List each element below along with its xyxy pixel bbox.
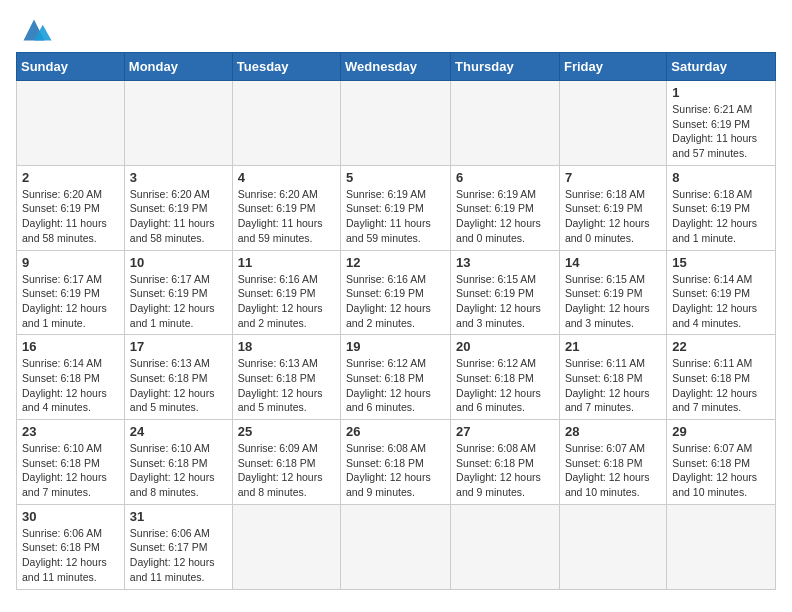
calendar-cell: 11Sunrise: 6:16 AM Sunset: 6:19 PM Dayli… — [232, 250, 340, 335]
day-info: Sunrise: 6:21 AM Sunset: 6:19 PM Dayligh… — [672, 102, 770, 161]
day-info: Sunrise: 6:16 AM Sunset: 6:19 PM Dayligh… — [238, 272, 335, 331]
day-number: 2 — [22, 170, 119, 185]
day-number: 27 — [456, 424, 554, 439]
week-row-6: 30Sunrise: 6:06 AM Sunset: 6:18 PM Dayli… — [17, 504, 776, 589]
day-info: Sunrise: 6:16 AM Sunset: 6:19 PM Dayligh… — [346, 272, 445, 331]
weekday-monday: Monday — [124, 53, 232, 81]
day-number: 29 — [672, 424, 770, 439]
calendar-cell — [559, 81, 666, 166]
day-number: 12 — [346, 255, 445, 270]
logo — [16, 16, 58, 44]
calendar-cell: 26Sunrise: 6:08 AM Sunset: 6:18 PM Dayli… — [341, 420, 451, 505]
calendar-cell — [559, 504, 666, 589]
weekday-wednesday: Wednesday — [341, 53, 451, 81]
calendar-cell — [232, 81, 340, 166]
day-number: 8 — [672, 170, 770, 185]
day-number: 14 — [565, 255, 661, 270]
day-info: Sunrise: 6:20 AM Sunset: 6:19 PM Dayligh… — [22, 187, 119, 246]
calendar-cell: 21Sunrise: 6:11 AM Sunset: 6:18 PM Dayli… — [559, 335, 666, 420]
calendar-cell: 12Sunrise: 6:16 AM Sunset: 6:19 PM Dayli… — [341, 250, 451, 335]
logo-icon — [16, 16, 52, 44]
calendar-cell — [451, 504, 560, 589]
calendar-cell: 1Sunrise: 6:21 AM Sunset: 6:19 PM Daylig… — [667, 81, 776, 166]
week-row-1: 1Sunrise: 6:21 AM Sunset: 6:19 PM Daylig… — [17, 81, 776, 166]
calendar-cell: 19Sunrise: 6:12 AM Sunset: 6:18 PM Dayli… — [341, 335, 451, 420]
day-number: 17 — [130, 339, 227, 354]
calendar-cell: 28Sunrise: 6:07 AM Sunset: 6:18 PM Dayli… — [559, 420, 666, 505]
day-number: 30 — [22, 509, 119, 524]
day-info: Sunrise: 6:20 AM Sunset: 6:19 PM Dayligh… — [130, 187, 227, 246]
day-info: Sunrise: 6:17 AM Sunset: 6:19 PM Dayligh… — [130, 272, 227, 331]
calendar-cell: 6Sunrise: 6:19 AM Sunset: 6:19 PM Daylig… — [451, 165, 560, 250]
day-info: Sunrise: 6:06 AM Sunset: 6:18 PM Dayligh… — [22, 526, 119, 585]
day-info: Sunrise: 6:11 AM Sunset: 6:18 PM Dayligh… — [672, 356, 770, 415]
day-number: 25 — [238, 424, 335, 439]
calendar-table: SundayMondayTuesdayWednesdayThursdayFrid… — [16, 52, 776, 590]
day-number: 24 — [130, 424, 227, 439]
calendar-cell: 25Sunrise: 6:09 AM Sunset: 6:18 PM Dayli… — [232, 420, 340, 505]
day-number: 19 — [346, 339, 445, 354]
calendar-cell — [124, 81, 232, 166]
calendar-cell: 29Sunrise: 6:07 AM Sunset: 6:18 PM Dayli… — [667, 420, 776, 505]
day-info: Sunrise: 6:17 AM Sunset: 6:19 PM Dayligh… — [22, 272, 119, 331]
day-number: 4 — [238, 170, 335, 185]
day-info: Sunrise: 6:13 AM Sunset: 6:18 PM Dayligh… — [130, 356, 227, 415]
calendar-cell: 15Sunrise: 6:14 AM Sunset: 6:19 PM Dayli… — [667, 250, 776, 335]
day-number: 9 — [22, 255, 119, 270]
day-info: Sunrise: 6:15 AM Sunset: 6:19 PM Dayligh… — [565, 272, 661, 331]
calendar-cell — [667, 504, 776, 589]
day-number: 6 — [456, 170, 554, 185]
day-number: 21 — [565, 339, 661, 354]
day-info: Sunrise: 6:10 AM Sunset: 6:18 PM Dayligh… — [130, 441, 227, 500]
calendar-cell: 2Sunrise: 6:20 AM Sunset: 6:19 PM Daylig… — [17, 165, 125, 250]
weekday-thursday: Thursday — [451, 53, 560, 81]
calendar-cell: 27Sunrise: 6:08 AM Sunset: 6:18 PM Dayli… — [451, 420, 560, 505]
day-info: Sunrise: 6:11 AM Sunset: 6:18 PM Dayligh… — [565, 356, 661, 415]
weekday-friday: Friday — [559, 53, 666, 81]
calendar-cell — [451, 81, 560, 166]
calendar-cell: 4Sunrise: 6:20 AM Sunset: 6:19 PM Daylig… — [232, 165, 340, 250]
calendar-cell — [17, 81, 125, 166]
day-number: 5 — [346, 170, 445, 185]
day-number: 16 — [22, 339, 119, 354]
day-number: 11 — [238, 255, 335, 270]
calendar-cell — [232, 504, 340, 589]
calendar-cell: 9Sunrise: 6:17 AM Sunset: 6:19 PM Daylig… — [17, 250, 125, 335]
day-number: 1 — [672, 85, 770, 100]
weekday-saturday: Saturday — [667, 53, 776, 81]
day-info: Sunrise: 6:19 AM Sunset: 6:19 PM Dayligh… — [456, 187, 554, 246]
day-info: Sunrise: 6:08 AM Sunset: 6:18 PM Dayligh… — [346, 441, 445, 500]
day-info: Sunrise: 6:07 AM Sunset: 6:18 PM Dayligh… — [672, 441, 770, 500]
calendar-cell: 14Sunrise: 6:15 AM Sunset: 6:19 PM Dayli… — [559, 250, 666, 335]
calendar-cell: 31Sunrise: 6:06 AM Sunset: 6:17 PM Dayli… — [124, 504, 232, 589]
calendar-cell: 18Sunrise: 6:13 AM Sunset: 6:18 PM Dayli… — [232, 335, 340, 420]
week-row-3: 9Sunrise: 6:17 AM Sunset: 6:19 PM Daylig… — [17, 250, 776, 335]
calendar-cell — [341, 504, 451, 589]
day-info: Sunrise: 6:18 AM Sunset: 6:19 PM Dayligh… — [565, 187, 661, 246]
calendar-cell: 22Sunrise: 6:11 AM Sunset: 6:18 PM Dayli… — [667, 335, 776, 420]
day-number: 13 — [456, 255, 554, 270]
day-number: 23 — [22, 424, 119, 439]
page-header — [16, 16, 776, 44]
day-number: 15 — [672, 255, 770, 270]
day-info: Sunrise: 6:09 AM Sunset: 6:18 PM Dayligh… — [238, 441, 335, 500]
day-number: 28 — [565, 424, 661, 439]
weekday-tuesday: Tuesday — [232, 53, 340, 81]
calendar-cell: 8Sunrise: 6:18 AM Sunset: 6:19 PM Daylig… — [667, 165, 776, 250]
calendar-cell: 13Sunrise: 6:15 AM Sunset: 6:19 PM Dayli… — [451, 250, 560, 335]
week-row-4: 16Sunrise: 6:14 AM Sunset: 6:18 PM Dayli… — [17, 335, 776, 420]
calendar-cell: 16Sunrise: 6:14 AM Sunset: 6:18 PM Dayli… — [17, 335, 125, 420]
calendar-cell: 5Sunrise: 6:19 AM Sunset: 6:19 PM Daylig… — [341, 165, 451, 250]
day-info: Sunrise: 6:08 AM Sunset: 6:18 PM Dayligh… — [456, 441, 554, 500]
calendar-cell: 7Sunrise: 6:18 AM Sunset: 6:19 PM Daylig… — [559, 165, 666, 250]
day-number: 20 — [456, 339, 554, 354]
calendar-cell: 24Sunrise: 6:10 AM Sunset: 6:18 PM Dayli… — [124, 420, 232, 505]
day-number: 3 — [130, 170, 227, 185]
day-info: Sunrise: 6:13 AM Sunset: 6:18 PM Dayligh… — [238, 356, 335, 415]
calendar-cell: 10Sunrise: 6:17 AM Sunset: 6:19 PM Dayli… — [124, 250, 232, 335]
weekday-sunday: Sunday — [17, 53, 125, 81]
day-info: Sunrise: 6:19 AM Sunset: 6:19 PM Dayligh… — [346, 187, 445, 246]
day-number: 31 — [130, 509, 227, 524]
day-info: Sunrise: 6:12 AM Sunset: 6:18 PM Dayligh… — [346, 356, 445, 415]
week-row-2: 2Sunrise: 6:20 AM Sunset: 6:19 PM Daylig… — [17, 165, 776, 250]
